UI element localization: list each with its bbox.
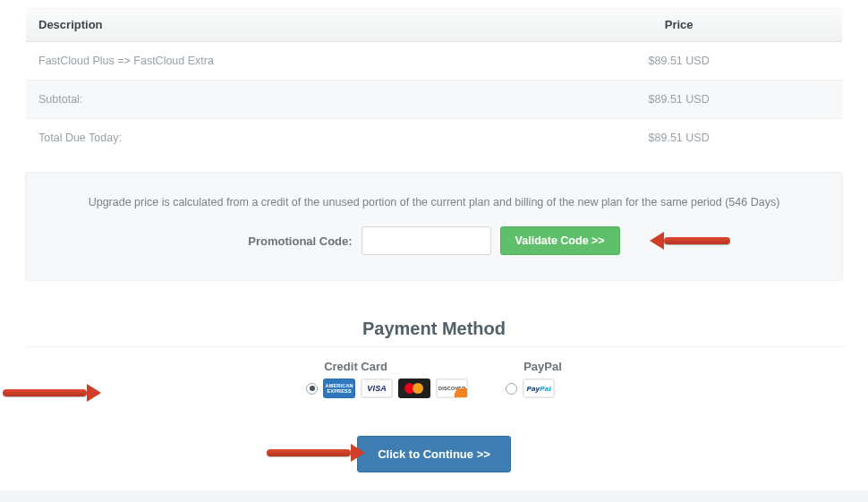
subtotal-label: Subtotal: [26, 81, 516, 119]
col-header-price: Price [515, 8, 842, 42]
table-row: FastCloud Plus => FastCloud Extra $89.51… [26, 42, 843, 81]
promo-code-input[interactable] [362, 226, 491, 255]
payment-option-paypal[interactable]: PayPal PayPal [506, 360, 562, 398]
arrow-annotation-icon [650, 234, 730, 247]
arrow-annotation-icon [267, 447, 365, 459]
arrow-annotation-icon [3, 387, 101, 399]
promo-code-label: Promotional Code: [248, 234, 352, 248]
col-header-description: Description [26, 8, 516, 42]
payment-option-credit-card[interactable]: Credit Card AMERICAN EXPRESS VISA DISCOV… [306, 360, 468, 398]
validate-code-button[interactable]: Validate Code >> [500, 226, 620, 255]
subtotal-price: $89.51 USD [515, 81, 842, 119]
promo-panel: Upgrade price is calculated from a credi… [25, 172, 843, 281]
continue-button[interactable]: Click to Continue >> [357, 436, 511, 472]
paypal-label: PayPal [523, 360, 562, 373]
discover-card-icon: DISCOVER [436, 379, 468, 398]
visa-card-icon: VISA [361, 379, 393, 398]
credit-card-radio[interactable] [306, 383, 318, 395]
pricing-table: Description Price FastCloud Plus => Fast… [25, 7, 843, 157]
amex-card-icon: AMERICAN EXPRESS [323, 379, 355, 398]
paypal-radio[interactable] [506, 383, 517, 395]
paypal-card-icon: PayPal [523, 379, 555, 398]
payment-method-heading: Payment Method [25, 319, 843, 339]
total-due-price: $89.51 USD [515, 119, 842, 157]
credit-card-label: Credit Card [324, 360, 468, 373]
upgrade-notice-text: Upgrade price is calculated from a credi… [44, 196, 824, 208]
total-due-label: Total Due Today: [26, 119, 516, 157]
line-item-desc: FastCloud Plus => FastCloud Extra [26, 42, 516, 81]
table-row: Total Due Today: $89.51 USD [26, 119, 843, 157]
divider [25, 346, 843, 347]
table-row: Subtotal: $89.51 USD [26, 81, 843, 119]
payment-method-row: Credit Card AMERICAN EXPRESS VISA DISCOV… [25, 360, 843, 398]
line-item-price: $89.51 USD [515, 42, 842, 81]
mastercard-card-icon [398, 379, 430, 398]
checkout-page: Description Price FastCloud Plus => Fast… [0, 0, 868, 490]
